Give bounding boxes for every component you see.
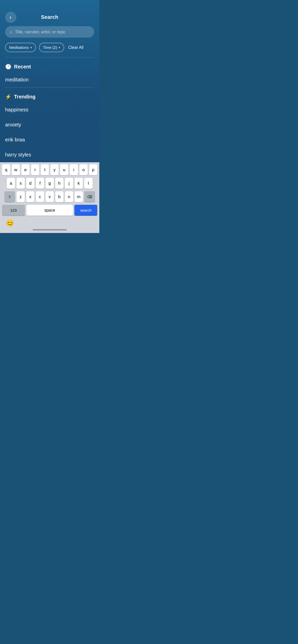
keyboard-row-2: a s d f g h j k l xyxy=(1,178,99,189)
meditations-filter-label: Meditations xyxy=(9,45,29,50)
clock-icon: 🕐 xyxy=(5,64,11,70)
page-title: Search xyxy=(41,14,58,20)
meditations-filter-button[interactable]: Meditations ▾ xyxy=(5,43,36,52)
recent-item-meditation[interactable]: meditation xyxy=(0,72,99,87)
search-bar[interactable]: ⌕ Title, narrator, artist, or topic xyxy=(5,26,94,38)
keyboard-bottom-row: 123 space search xyxy=(1,205,99,216)
app-container: ‹ Search ⌕ Title, narrator, artist, or t… xyxy=(0,0,99,233)
key-v[interactable]: v xyxy=(46,191,54,202)
key-t[interactable]: t xyxy=(41,164,49,175)
back-chevron-icon: ‹ xyxy=(10,14,11,20)
time-filter-button[interactable]: Time (2) ▾ xyxy=(39,43,64,52)
key-u[interactable]: u xyxy=(60,164,68,175)
key-z[interactable]: z xyxy=(17,191,25,202)
key-y[interactable]: y xyxy=(50,164,59,175)
keyboard-row-3: ⇧ z x c v b n m ⌫ xyxy=(1,191,99,202)
search-key[interactable]: search xyxy=(74,205,97,216)
time-filter-label: Time (2) xyxy=(43,45,57,50)
key-w[interactable]: w xyxy=(12,164,20,175)
trending-item-harry-styles[interactable]: harry styles xyxy=(0,147,99,162)
key-m[interactable]: m xyxy=(75,191,83,202)
key-h[interactable]: h xyxy=(55,178,63,189)
search-bar-container: ⌕ Title, narrator, artist, or topic xyxy=(0,24,99,42)
meditations-chevron-icon: ▾ xyxy=(30,46,32,49)
trending-section-header: ⚡ Trending xyxy=(0,87,99,102)
key-i[interactable]: i xyxy=(70,164,78,175)
numbers-key[interactable]: 123 xyxy=(2,205,25,216)
emoji-bar: 😊 xyxy=(1,217,99,228)
recent-section-header: 🕐 Recent xyxy=(0,57,99,72)
keyboard: q w e r t y u i o p a s d f g h j k l ⇧ … xyxy=(0,162,99,233)
lightning-icon: ⚡ xyxy=(5,94,11,100)
trending-item-anxiety[interactable]: anxiety xyxy=(0,117,99,132)
clear-all-button[interactable]: Clear All xyxy=(67,44,85,51)
content-area: 🕐 Recent meditation ⚡ Trending happiness… xyxy=(0,57,99,162)
key-l[interactable]: l xyxy=(84,178,92,189)
emoji-icon[interactable]: 😊 xyxy=(6,219,14,227)
recent-section-title: Recent xyxy=(14,64,31,70)
keyboard-row-1: q w e r t y u i o p xyxy=(1,164,99,175)
space-key[interactable]: space xyxy=(26,205,73,216)
search-icon: ⌕ xyxy=(10,29,12,35)
key-n[interactable]: n xyxy=(65,191,73,202)
back-button[interactable]: ‹ xyxy=(5,12,16,23)
key-f[interactable]: f xyxy=(36,178,44,189)
key-c[interactable]: c xyxy=(36,191,44,202)
key-k[interactable]: k xyxy=(75,178,83,189)
delete-key[interactable]: ⌫ xyxy=(84,191,95,202)
trending-item-erik-braa[interactable]: erik braa xyxy=(0,132,99,147)
home-indicator xyxy=(33,229,67,230)
key-r[interactable]: r xyxy=(31,164,39,175)
trending-item-happiness[interactable]: happiness xyxy=(0,102,99,117)
key-q[interactable]: q xyxy=(2,164,10,175)
trending-section-title: Trending xyxy=(14,94,35,100)
header: ‹ Search xyxy=(0,0,99,24)
key-x[interactable]: x xyxy=(26,191,34,202)
shift-key[interactable]: ⇧ xyxy=(4,191,15,202)
key-d[interactable]: d xyxy=(26,178,34,189)
key-a[interactable]: a xyxy=(7,178,15,189)
key-s[interactable]: s xyxy=(17,178,25,189)
search-input[interactable]: Title, narrator, artist, or topic xyxy=(15,30,90,34)
time-chevron-icon: ▾ xyxy=(59,46,60,49)
key-g[interactable]: g xyxy=(46,178,54,189)
key-b[interactable]: b xyxy=(55,191,63,202)
key-p[interactable]: p xyxy=(89,164,97,175)
filter-row: Meditations ▾ Time (2) ▾ Clear All xyxy=(0,42,99,57)
key-o[interactable]: o xyxy=(79,164,88,175)
key-e[interactable]: e xyxy=(21,164,30,175)
key-j[interactable]: j xyxy=(65,178,73,189)
